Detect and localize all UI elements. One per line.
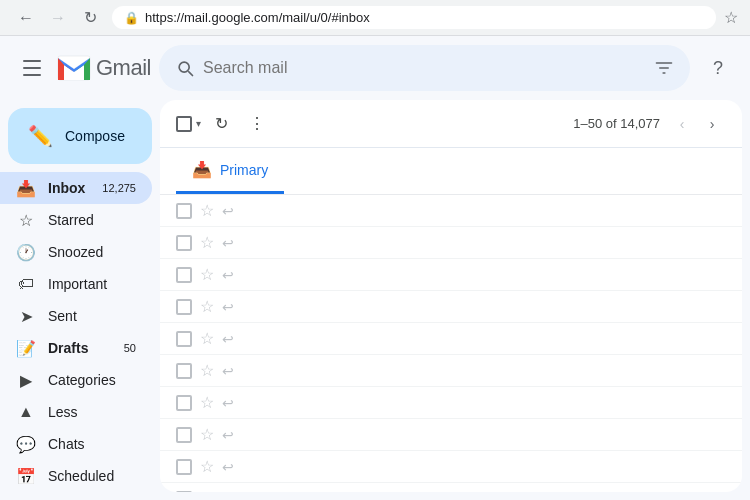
email-star-icon[interactable]: ☆ bbox=[200, 457, 214, 476]
drafts-icon: 📝 bbox=[16, 339, 36, 358]
forward-button[interactable]: → bbox=[44, 4, 72, 32]
back-button[interactable]: ← bbox=[12, 4, 40, 32]
sidebar-item-starred[interactable]: ☆ Starred bbox=[0, 204, 152, 236]
sidebar-item-label-chats: Chats bbox=[48, 436, 85, 452]
email-snooze-icon[interactable]: ↩ bbox=[222, 459, 234, 475]
sidebar-item-inbox[interactable]: 📥 Inbox 12,275 bbox=[0, 172, 152, 204]
email-row[interactable]: ☆ ↩ bbox=[160, 195, 742, 227]
url-bar: ← → ↻ 🔒 https://mail.google.com/mail/u/0… bbox=[0, 0, 750, 36]
email-row[interactable]: ☆ ↩ bbox=[160, 355, 742, 387]
email-star-icon[interactable]: ☆ bbox=[200, 201, 214, 220]
url-text: https://mail.google.com/mail/u/0/#inbox bbox=[145, 10, 704, 25]
refresh-button[interactable]: ↻ bbox=[205, 108, 237, 140]
email-snooze-icon[interactable]: ↩ bbox=[222, 331, 234, 347]
email-select-checkbox[interactable] bbox=[176, 299, 192, 315]
prev-page-button[interactable]: ‹ bbox=[668, 110, 696, 138]
email-star-icon[interactable]: ☆ bbox=[200, 297, 214, 316]
more-options-button[interactable]: ⋮ bbox=[241, 108, 273, 140]
sidebar-item-sent[interactable]: ➤ Sent bbox=[0, 300, 152, 332]
tab-primary[interactable]: 📥 Primary bbox=[176, 148, 284, 194]
sidebar-item-label-inbox: Inbox bbox=[48, 180, 85, 196]
email-star-icon[interactable]: ☆ bbox=[200, 329, 214, 348]
bookmark-icon[interactable]: ☆ bbox=[724, 8, 738, 27]
email-select-checkbox[interactable] bbox=[176, 427, 192, 443]
email-snooze-icon[interactable]: ↩ bbox=[222, 491, 234, 493]
sidebar-item-categories[interactable]: ▶ Categories bbox=[0, 364, 152, 396]
search-input[interactable] bbox=[203, 59, 646, 77]
toolbar: ▾ ↻ ⋮ 1–50 of 14,077 ‹ › bbox=[160, 100, 742, 148]
topbar-right: ? bbox=[698, 48, 738, 88]
app-name: Gmail bbox=[96, 55, 151, 81]
email-select-checkbox[interactable] bbox=[176, 491, 192, 493]
sidebar-item-snoozed[interactable]: 🕐 Snoozed bbox=[0, 236, 152, 268]
checkbox-icon bbox=[176, 116, 192, 132]
sidebar-item-less[interactable]: ▲ Less bbox=[0, 396, 152, 428]
tabs: 📥 Primary bbox=[160, 148, 742, 195]
sidebar-item-allmail[interactable]: 📧 All Mail bbox=[0, 492, 152, 500]
email-select-checkbox[interactable] bbox=[176, 235, 192, 251]
email-snooze-icon[interactable]: ↩ bbox=[222, 395, 234, 411]
sidebar: ✏️ Compose 📥 Inbox 12,275 ☆ Starred 🕐 Sn… bbox=[0, 100, 160, 500]
email-select-checkbox[interactable] bbox=[176, 459, 192, 475]
search-options-icon[interactable] bbox=[654, 58, 674, 78]
topbar-left: Gmail bbox=[12, 48, 151, 88]
pagination-buttons: ‹ › bbox=[668, 110, 726, 138]
next-page-button[interactable]: › bbox=[698, 110, 726, 138]
email-snooze-icon[interactable]: ↩ bbox=[222, 235, 234, 251]
email-star-icon[interactable]: ☆ bbox=[200, 425, 214, 444]
gmail-logo-icon bbox=[56, 50, 92, 86]
sidebar-item-scheduled[interactable]: 📅 Scheduled bbox=[0, 460, 152, 492]
pagination-text: 1–50 of 14,077 bbox=[573, 116, 660, 131]
email-star-icon[interactable]: ☆ bbox=[200, 265, 214, 284]
email-star-icon[interactable]: ☆ bbox=[200, 361, 214, 380]
email-row[interactable]: ☆ ↩ bbox=[160, 483, 742, 492]
email-snooze-icon[interactable]: ↩ bbox=[222, 203, 234, 219]
important-icon: 🏷 bbox=[16, 275, 36, 293]
email-row[interactable]: ☆ ↩ bbox=[160, 227, 742, 259]
sidebar-item-label-less: Less bbox=[48, 404, 78, 420]
scheduled-icon: 📅 bbox=[16, 467, 36, 486]
toolbar-left: ▾ ↻ ⋮ bbox=[176, 108, 273, 140]
email-star-icon[interactable]: ☆ bbox=[200, 489, 214, 492]
sent-icon: ➤ bbox=[16, 307, 36, 326]
email-row[interactable]: ☆ ↩ bbox=[160, 419, 742, 451]
email-star-icon[interactable]: ☆ bbox=[200, 393, 214, 412]
email-row[interactable]: ☆ ↩ bbox=[160, 291, 742, 323]
email-star-icon[interactable]: ☆ bbox=[200, 233, 214, 252]
email-snooze-icon[interactable]: ↩ bbox=[222, 427, 234, 443]
categories-expand-icon: ▶ bbox=[16, 371, 36, 390]
email-snooze-icon[interactable]: ↩ bbox=[222, 363, 234, 379]
email-select-checkbox[interactable] bbox=[176, 331, 192, 347]
toolbar-right: 1–50 of 14,077 ‹ › bbox=[573, 110, 726, 138]
primary-tab-icon: 📥 bbox=[192, 160, 212, 179]
less-collapse-icon: ▲ bbox=[16, 403, 36, 421]
menu-button[interactable] bbox=[12, 48, 52, 88]
sidebar-item-important[interactable]: 🏷 Important bbox=[0, 268, 152, 300]
reload-button[interactable]: ↻ bbox=[76, 4, 104, 32]
email-snooze-icon[interactable]: ↩ bbox=[222, 299, 234, 315]
email-row[interactable]: ☆ ↩ bbox=[160, 323, 742, 355]
select-all-checkbox[interactable] bbox=[176, 116, 192, 132]
email-select-checkbox[interactable] bbox=[176, 363, 192, 379]
email-row[interactable]: ☆ ↩ bbox=[160, 387, 742, 419]
email-row[interactable]: ☆ ↩ bbox=[160, 259, 742, 291]
help-button[interactable]: ? bbox=[698, 48, 738, 88]
url-input[interactable]: 🔒 https://mail.google.com/mail/u/0/#inbo… bbox=[112, 6, 716, 29]
sidebar-item-label-snoozed: Snoozed bbox=[48, 244, 103, 260]
email-select-checkbox[interactable] bbox=[176, 267, 192, 283]
sidebar-item-chats[interactable]: 💬 Chats bbox=[0, 428, 152, 460]
chats-icon: 💬 bbox=[16, 435, 36, 454]
sidebar-item-label-drafts: Drafts bbox=[48, 340, 88, 356]
compose-button[interactable]: ✏️ Compose bbox=[8, 108, 152, 164]
email-row[interactable]: ☆ ↩ bbox=[160, 451, 742, 483]
main-layout: ✏️ Compose 📥 Inbox 12,275 ☆ Starred 🕐 Sn… bbox=[0, 100, 750, 500]
compose-label: Compose bbox=[65, 128, 125, 144]
compose-icon: ✏️ bbox=[28, 124, 53, 148]
content-area: ▾ ↻ ⋮ 1–50 of 14,077 ‹ › 📥 Primary bbox=[160, 100, 742, 492]
email-select-checkbox[interactable] bbox=[176, 203, 192, 219]
email-snooze-icon[interactable]: ↩ bbox=[222, 267, 234, 283]
search-bar[interactable] bbox=[159, 45, 690, 91]
select-dropdown-arrow[interactable]: ▾ bbox=[196, 118, 201, 129]
sidebar-item-drafts[interactable]: 📝 Drafts 50 bbox=[0, 332, 152, 364]
email-select-checkbox[interactable] bbox=[176, 395, 192, 411]
